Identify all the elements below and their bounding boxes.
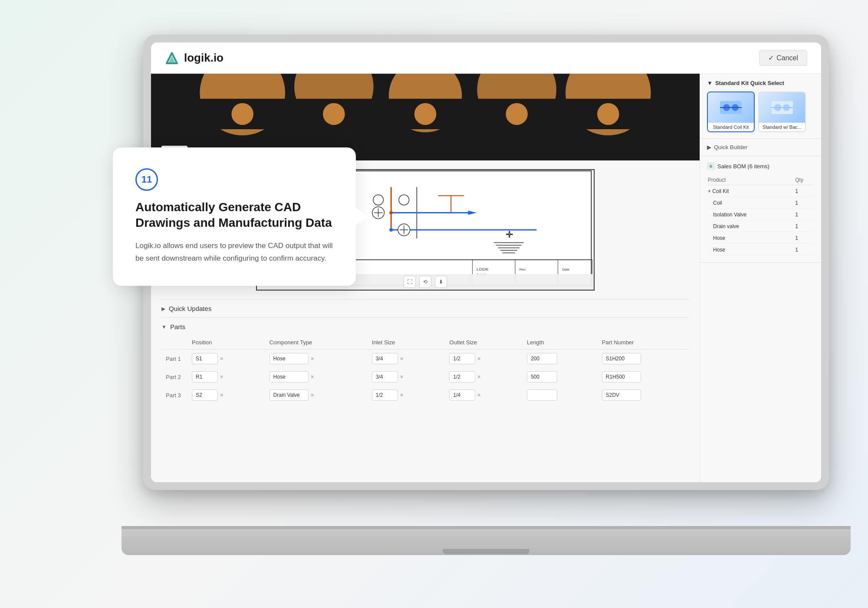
component-type-input-0[interactable] bbox=[270, 353, 309, 364]
parts-table: Position Component Type Inlet Size Outle… bbox=[161, 336, 689, 404]
cad-download-button[interactable]: ⬇ bbox=[435, 276, 447, 288]
outlet-size-input-2[interactable] bbox=[449, 389, 475, 401]
cancel-label: Cancel bbox=[776, 54, 798, 62]
svg-text:✛: ✛ bbox=[506, 230, 513, 239]
svg-point-14 bbox=[597, 103, 619, 125]
outlet-size-cell-0: ✕ bbox=[445, 350, 523, 368]
info-number: 11 bbox=[135, 168, 158, 191]
quick-select-grid: Standard Coil Kit bbox=[707, 92, 814, 132]
outlet-size-clear-1[interactable]: ✕ bbox=[477, 374, 481, 380]
inlet-size-clear-1[interactable]: ✕ bbox=[400, 374, 404, 380]
svg-point-12 bbox=[414, 103, 437, 125]
bom-qty-1: 1 bbox=[795, 198, 813, 209]
parts-table-header-row: Position Component Type Inlet Size Outle… bbox=[161, 336, 689, 350]
part-number-cell-0 bbox=[598, 350, 689, 368]
inlet-size-input-0[interactable] bbox=[372, 353, 398, 364]
component-type-clear-0[interactable]: ✕ bbox=[310, 356, 314, 362]
bom-product-1: Coil bbox=[708, 198, 794, 209]
quick-builder-header[interactable]: ▶ Quick Builder bbox=[700, 139, 821, 156]
outlet-size-clear-0[interactable]: ✕ bbox=[477, 356, 481, 362]
cad-zoom-button[interactable]: ⛶ bbox=[404, 276, 416, 288]
outlet-size-input-0[interactable] bbox=[449, 353, 475, 364]
part-label-2: Part 3 bbox=[161, 386, 187, 404]
length-input-0[interactable] bbox=[527, 353, 557, 364]
position-cell-2: ✕ bbox=[187, 386, 265, 404]
inlet-size-clear-0[interactable]: ✕ bbox=[400, 356, 404, 362]
component-type-cell-2: ✕ bbox=[265, 386, 368, 404]
bom-table: Product Qty + Coil Kit 1 Coil 1 Isolatio… bbox=[707, 174, 814, 256]
standard-kit-section: ▼ Standard Kit Quick Select bbox=[700, 74, 821, 139]
part-label-0: Part 1 bbox=[161, 350, 187, 368]
bom-header: ≡ Sales BOM (6 items) bbox=[707, 162, 814, 170]
right-sidebar: ▼ Standard Kit Quick Select bbox=[700, 74, 821, 482]
quick-builder-chevron: ▶ bbox=[707, 144, 711, 150]
length-input-1[interactable] bbox=[527, 371, 557, 382]
part-number-input-2[interactable] bbox=[602, 389, 641, 401]
position-input-0[interactable] bbox=[192, 353, 218, 364]
component-type-input-1[interactable] bbox=[270, 371, 309, 382]
svg-text:Rev: Rev bbox=[519, 268, 526, 271]
quick-builder-label: Quick Builder bbox=[714, 144, 747, 150]
component-type-input-2[interactable] bbox=[270, 389, 309, 401]
laptop-wrapper: 11 Automatically Generate CAD Drawings a… bbox=[122, 35, 851, 555]
length-cell-0 bbox=[523, 350, 598, 368]
bom-row: Coil 1 bbox=[708, 198, 813, 209]
col-length: Length bbox=[523, 336, 598, 350]
col-blank bbox=[161, 336, 187, 350]
table-row: Part 3 ✕ ✕ ✕ ✕ bbox=[161, 386, 689, 404]
length-input-2[interactable] bbox=[527, 389, 557, 401]
position-cell-0: ✕ bbox=[187, 350, 265, 368]
svg-text:LOGIK: LOGIK bbox=[477, 267, 488, 271]
outlet-size-cell-1: ✕ bbox=[445, 368, 523, 386]
bom-product-3: Drain valve bbox=[708, 221, 794, 232]
standard-coil-kit-card[interactable]: Standard Coil Kit bbox=[707, 92, 755, 132]
cad-rotate-button[interactable]: ⟲ bbox=[419, 276, 431, 288]
inlet-size-input-2[interactable] bbox=[372, 389, 398, 401]
quick-updates-label: Quick Updates bbox=[169, 305, 211, 312]
position-input-2[interactable] bbox=[192, 389, 218, 401]
info-desc: Logik.io allows end users to preview the… bbox=[135, 240, 333, 265]
inlet-size-cell-0: ✕ bbox=[368, 350, 445, 368]
bom-col-qty: Qty bbox=[795, 175, 813, 185]
inlet-size-clear-2[interactable]: ✕ bbox=[400, 392, 404, 398]
parts-header[interactable]: ▼ Parts bbox=[161, 317, 689, 336]
inlet-size-input-1[interactable] bbox=[372, 371, 398, 382]
bom-product-4: Hose bbox=[708, 233, 794, 244]
col-part-number: Part Number bbox=[598, 336, 689, 350]
bom-row: Hose 1 bbox=[708, 233, 813, 244]
part-number-cell-1 bbox=[598, 368, 689, 386]
parts-chevron: ▼ bbox=[161, 324, 167, 330]
quick-updates-header[interactable]: ▶ Quick Updates bbox=[161, 299, 689, 317]
position-input-1[interactable] bbox=[192, 371, 218, 382]
laptop-notch bbox=[443, 549, 529, 554]
bom-qty-5: 1 bbox=[795, 245, 813, 255]
component-type-cell-1: ✕ bbox=[265, 368, 368, 386]
position-clear-2[interactable]: ✕ bbox=[220, 392, 224, 398]
svg-point-11 bbox=[323, 103, 345, 125]
part-number-input-0[interactable] bbox=[602, 353, 641, 364]
part-number-input-1[interactable] bbox=[602, 371, 641, 382]
logo-text: logik.io bbox=[184, 51, 224, 65]
checkmark-icon: ✓ bbox=[768, 54, 774, 62]
standard-kit-chevron: ▼ bbox=[707, 80, 713, 86]
inlet-size-cell-1: ✕ bbox=[368, 368, 445, 386]
component-type-clear-1[interactable]: ✕ bbox=[310, 374, 314, 380]
part-label-1: Part 2 bbox=[161, 368, 187, 386]
outlet-size-input-1[interactable] bbox=[449, 371, 475, 382]
position-clear-0[interactable]: ✕ bbox=[220, 356, 224, 362]
standard-bac-kit-card[interactable]: Standard w/ Bac... bbox=[758, 92, 806, 132]
svg-point-13 bbox=[506, 103, 528, 125]
bom-product-5: Hose bbox=[708, 245, 794, 255]
position-clear-1[interactable]: ✕ bbox=[220, 374, 224, 380]
outlet-size-clear-2[interactable]: ✕ bbox=[477, 392, 481, 398]
bom-qty-0: 1 bbox=[795, 186, 813, 197]
cancel-button[interactable]: ✓ Cancel bbox=[759, 50, 807, 66]
svg-point-50 bbox=[389, 228, 393, 232]
position-cell-1: ✕ bbox=[187, 368, 265, 386]
kit-card-1-img bbox=[708, 92, 754, 123]
col-outlet-size: Outlet Size bbox=[445, 336, 523, 350]
bom-product-2: Isolation Valve bbox=[708, 209, 794, 220]
component-type-clear-2[interactable]: ✕ bbox=[310, 392, 314, 398]
info-card: 11 Automatically Generate CAD Drawings a… bbox=[113, 147, 356, 286]
bom-product-0: + Coil Kit bbox=[708, 186, 794, 197]
